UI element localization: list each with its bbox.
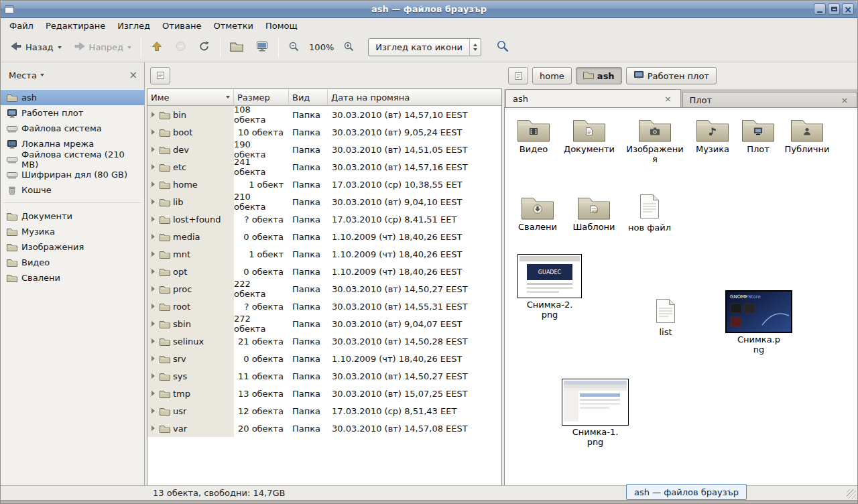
table-row[interactable]: lost+found? обектаПапка17.03.2010 (ср) 8…: [147, 210, 501, 228]
icon-view[interactable]: Видео Документи Изображения: [504, 108, 858, 485]
table-row[interactable]: home1 обектПапка17.03.2010 (ср) 10,38,55…: [147, 176, 501, 193]
menu-edit[interactable]: Редактиране: [40, 19, 111, 32]
sidebar-item[interactable]: Видео: [1, 255, 144, 270]
menu-go[interactable]: Отиване: [156, 19, 207, 32]
expander-icon[interactable]: [151, 373, 155, 379]
back-button[interactable]: Назад: [5, 37, 67, 58]
resize-grip[interactable]: [847, 489, 856, 499]
stop-button[interactable]: [170, 37, 192, 58]
table-row[interactable]: sbin272 обектаПапка30.03.2010 (вт) 9,04,…: [147, 315, 501, 332]
up-button[interactable]: [145, 37, 168, 58]
location-toggle-button[interactable]: [150, 67, 170, 84]
expander-icon[interactable]: [151, 356, 155, 361]
tab-ash[interactable]: ash ×: [505, 89, 681, 107]
tab-close-icon[interactable]: ×: [663, 93, 674, 104]
image-item-snimka-2[interactable]: GUADEC Снимка-2.png: [513, 254, 587, 320]
sidebar-item[interactable]: Файлова система (210 MB): [1, 151, 144, 167]
expander-icon[interactable]: [151, 338, 155, 344]
reload-button[interactable]: [193, 37, 216, 58]
table-row[interactable]: sys11 обектаПапка30.03.2010 (вт) 14,50,2…: [147, 367, 501, 385]
folder-item-desktop[interactable]: Плот: [730, 116, 786, 155]
sidebar-item[interactable]: Документи: [1, 208, 144, 224]
expander-icon[interactable]: [151, 216, 155, 222]
image-item-snimka-1[interactable]: Снимка-1.png: [558, 379, 632, 448]
file-item-list[interactable]: list: [636, 298, 695, 338]
menu-help[interactable]: Помощ: [259, 19, 304, 32]
table-row[interactable]: media0 обектаПапка1.10.2009 (чт) 18,40,2…: [147, 228, 501, 245]
menu-file[interactable]: Файл: [3, 19, 40, 32]
close-button[interactable]: ×: [842, 3, 854, 15]
menu-bookmarks[interactable]: Отметки: [207, 19, 259, 32]
table-row[interactable]: mnt1 обектПапка1.10.2009 (чт) 18,40,26 E…: [147, 245, 501, 263]
image-item-snimka[interactable]: GNOME Store Снимка.png: [721, 290, 797, 355]
expander-icon[interactable]: [151, 182, 155, 187]
sidebar-item[interactable]: Свалени: [1, 270, 144, 286]
expander-icon[interactable]: [151, 112, 155, 117]
folder-item-templates[interactable]: Шаблони: [566, 194, 622, 233]
file-item-new-file[interactable]: нов файл: [621, 194, 678, 233]
pathbar-button-home[interactable]: home: [532, 67, 572, 84]
tab-close-icon[interactable]: ×: [839, 94, 850, 105]
forward-button[interactable]: Напред: [68, 37, 137, 58]
pathbar-button-ash[interactable]: ash: [576, 67, 622, 84]
minimize-button[interactable]: [814, 3, 826, 15]
table-row[interactable]: dev190 обектаПапка30.03.2010 (вт) 14,51,…: [147, 141, 501, 158]
sidebar-item[interactable]: ash: [1, 90, 144, 105]
table-row[interactable]: opt0 обектаПапка1.10.2009 (чт) 18,40,26 …: [147, 263, 501, 280]
expander-icon[interactable]: [151, 164, 155, 170]
expander-icon[interactable]: [151, 304, 155, 309]
sidebar-item[interactable]: Работен плот: [1, 105, 144, 121]
folder-item-downloads[interactable]: Свалени: [509, 194, 566, 233]
table-row[interactable]: bin108 обектаПапка30.03.2010 (вт) 14,57,…: [147, 106, 501, 123]
expander-icon[interactable]: [151, 408, 155, 414]
expander-icon[interactable]: [151, 426, 155, 431]
folder-item-video[interactable]: Видео: [505, 116, 562, 155]
menu-view[interactable]: Изглед: [111, 19, 156, 32]
table-row[interactable]: tmp13 обектаПапка30.03.2010 (вт) 15,07,2…: [147, 385, 501, 402]
folder-item-public[interactable]: Публични: [779, 116, 835, 155]
table-row[interactable]: var20 обектаПапка30.03.2010 (вт) 14,57,0…: [147, 420, 501, 437]
expander-icon[interactable]: [151, 147, 155, 152]
sidebar-close-icon[interactable]: ×: [129, 70, 137, 80]
table-row[interactable]: srv0 обектаПапка1.10.2009 (чт) 18,40,26 …: [147, 350, 501, 367]
column-header-type[interactable]: Вид: [289, 89, 328, 106]
zoom-out-button[interactable]: [283, 37, 305, 58]
search-button[interactable]: [491, 36, 515, 59]
table-row[interactable]: proc222 обектаПапка30.03.2010 (вт) 14,50…: [147, 280, 501, 298]
sidebar-item[interactable]: Изображения: [1, 239, 144, 255]
expander-icon[interactable]: [151, 391, 155, 396]
expander-icon[interactable]: [151, 129, 155, 135]
location-toggle-button[interactable]: [508, 67, 528, 84]
table-row[interactable]: lib210 обектаПапка30.03.2010 (вт) 9,04,1…: [147, 193, 501, 210]
pathbar-button-desktop[interactable]: Работен плот: [626, 67, 717, 84]
table-row[interactable]: root? обектаПапка30.03.2010 (вт) 14,55,3…: [147, 298, 501, 315]
view-mode-select[interactable]: Изглед като икони: [368, 38, 481, 56]
expander-icon[interactable]: [151, 251, 155, 257]
home-button[interactable]: [225, 37, 249, 58]
expander-icon[interactable]: [151, 199, 155, 204]
sidebar-item[interactable]: Файлова система: [1, 121, 144, 136]
tab-plot[interactable]: Плот ×: [682, 92, 858, 107]
table-row[interactable]: etc241 обектаПапка30.03.2010 (вт) 14,57,…: [147, 158, 501, 176]
folder-item-pictures[interactable]: Изображения: [625, 116, 684, 165]
table-row[interactable]: boot10 обектаПапка30.03.2010 (вт) 9,05,2…: [147, 123, 501, 141]
expander-icon[interactable]: [151, 234, 155, 239]
expander-icon[interactable]: [151, 269, 155, 274]
sidebar-item[interactable]: Кошче: [1, 182, 144, 198]
column-header-date[interactable]: Дата на промяна: [328, 89, 501, 106]
titlebar[interactable]: ash — файлов браузър ×: [1, 1, 857, 18]
computer-button[interactable]: [250, 37, 274, 58]
table-row[interactable]: usr12 обектаПапка17.03.2010 (ср) 8,51,43…: [147, 402, 501, 420]
folder-item-documents[interactable]: Документи: [561, 116, 617, 155]
zoom-in-button[interactable]: [338, 37, 360, 58]
list-pane-topbar: [147, 62, 502, 88]
expander-icon[interactable]: [151, 286, 155, 292]
sidebar-item[interactable]: Шифриран дял (80 GB): [1, 167, 144, 182]
expander-icon[interactable]: [151, 321, 155, 326]
column-header-size[interactable]: Размер: [234, 89, 289, 106]
maximize-button[interactable]: [828, 3, 840, 15]
sidebar-item[interactable]: Музика: [1, 224, 144, 239]
column-header-name[interactable]: Име: [147, 89, 234, 106]
table-row[interactable]: selinux21 обектаПапка30.03.2010 (вт) 14,…: [147, 332, 501, 350]
sidebar-title[interactable]: Места: [9, 70, 37, 80]
